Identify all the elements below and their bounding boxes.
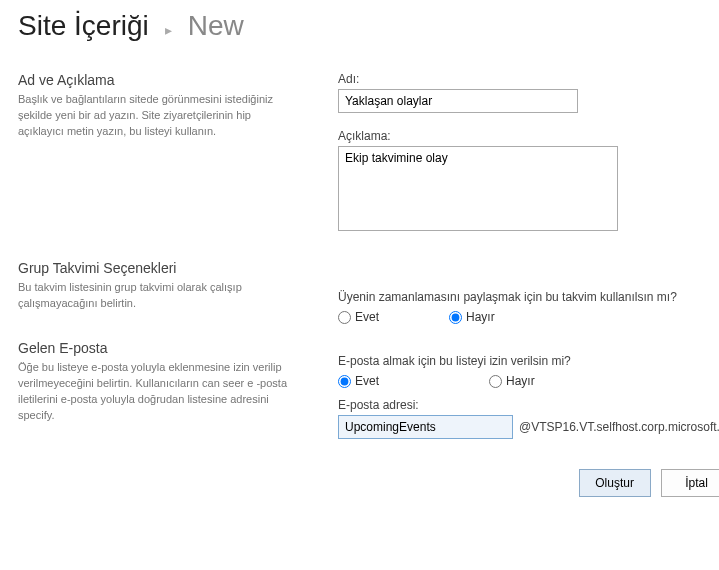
radio-label-no: Hayır	[506, 374, 535, 388]
radio-label-yes: Evet	[355, 374, 379, 388]
description-label: Açıklama:	[338, 129, 719, 143]
email-receive-no-radio[interactable]	[489, 375, 502, 388]
group-calendar-no-option[interactable]: Hayır	[449, 310, 495, 324]
create-button[interactable]: Oluştur	[579, 469, 651, 497]
email-address-label: E-posta adresi:	[338, 398, 719, 412]
group-calendar-question: Üyenin zamanlamasını paylaşmak için bu t…	[338, 290, 719, 304]
group-calendar-yes-radio[interactable]	[338, 311, 351, 324]
cancel-button[interactable]: İptal	[661, 469, 719, 497]
email-address-input[interactable]	[338, 415, 513, 439]
description-textarea[interactable]: Ekip takvimine olay	[338, 146, 618, 231]
email-receive-yes-option[interactable]: Evet	[338, 374, 379, 388]
section-incoming-email: Gelen E-posta Öğe bu listeye e-posta yol…	[18, 340, 298, 424]
email-receive-yes-radio[interactable]	[338, 375, 351, 388]
email-receive-question: E-posta almak için bu listeyi izin veril…	[338, 354, 719, 368]
chevron-right-icon: ▸	[165, 22, 172, 38]
breadcrumb-root[interactable]: Site İçeriği	[18, 10, 149, 42]
radio-label-yes: Evet	[355, 310, 379, 324]
section-title: Gelen E-posta	[18, 340, 298, 356]
section-description: Başlık ve bağlantıların sitede görünmesi…	[18, 92, 298, 140]
breadcrumb: Site İçeriği ▸ New	[18, 10, 701, 42]
radio-label-no: Hayır	[466, 310, 495, 324]
section-title: Ad ve Açıklama	[18, 72, 298, 88]
section-name-description: Ad ve Açıklama Başlık ve bağlantıların s…	[18, 72, 298, 140]
name-input[interactable]	[338, 89, 578, 113]
section-title: Grup Takvimi Seçenekleri	[18, 260, 298, 276]
email-receive-no-option[interactable]: Hayır	[489, 374, 535, 388]
group-calendar-no-radio[interactable]	[449, 311, 462, 324]
email-domain-text: @VTSP16.VT.selfhost.corp.microsoft.com	[519, 420, 719, 434]
group-calendar-yes-option[interactable]: Evet	[338, 310, 379, 324]
section-description: Bu takvim listesinin grup takvimi olarak…	[18, 280, 298, 312]
breadcrumb-current: New	[188, 10, 244, 42]
section-description: Öğe bu listeye e-posta yoluyla eklenmesi…	[18, 360, 298, 424]
name-label: Adı:	[338, 72, 719, 86]
section-group-calendar: Grup Takvimi Seçenekleri Bu takvim liste…	[18, 260, 298, 312]
